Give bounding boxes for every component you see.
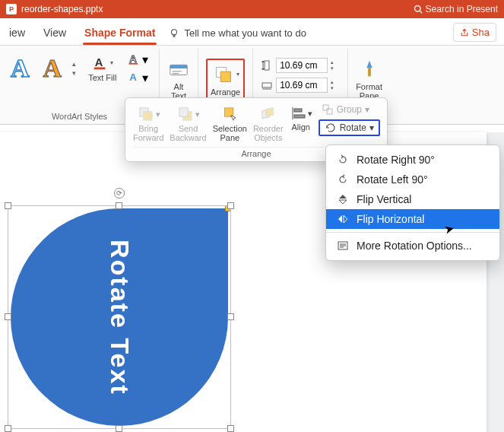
- tell-me-label: Tell me what you want to do: [184, 27, 306, 39]
- bring-forward-button[interactable]: ▾ Bring Forward: [133, 103, 163, 144]
- svg-rect-13: [220, 71, 230, 81]
- tab-view[interactable]: View: [34, 27, 75, 45]
- tab-shape-format[interactable]: Shape Format: [75, 27, 164, 45]
- svg-rect-27: [294, 109, 302, 112]
- height-spinner[interactable]: ▴▾: [331, 59, 340, 71]
- text-effects-button[interactable]: A▾: [127, 70, 148, 85]
- menu-separator: [326, 232, 499, 233]
- format-pane-icon: [358, 58, 381, 81]
- svg-rect-25: [266, 108, 274, 116]
- svg-rect-18: [368, 68, 371, 76]
- tab-review[interactable]: iew: [0, 27, 34, 45]
- shape-height-input[interactable]: [276, 58, 328, 73]
- rotate-button[interactable]: Rotate▾: [322, 121, 377, 135]
- reorder-objects-icon: [258, 104, 278, 124]
- search-placeholder: Search in Present: [426, 4, 498, 14]
- resize-handle-bl[interactable]: [5, 425, 11, 432]
- svg-point-2: [172, 29, 177, 34]
- shape-height-control[interactable]: ▴▾: [261, 58, 340, 73]
- svg-rect-23: [225, 108, 233, 116]
- menu-flip-vertical[interactable]: Flip Vertical: [326, 189, 499, 209]
- bring-forward-icon: [136, 104, 156, 124]
- shape-width-control[interactable]: ▴▾: [261, 78, 340, 93]
- menu-more-rotation-options[interactable]: More Rotation Options...: [326, 236, 499, 256]
- svg-line-1: [420, 11, 422, 13]
- selection-pane-icon: [220, 104, 239, 124]
- selection-box: ⟳: [8, 205, 231, 429]
- height-icon: [261, 59, 273, 71]
- svg-rect-4: [94, 67, 106, 69]
- powerpoint-file-icon: P: [6, 4, 17, 14]
- svg-rect-6: [129, 63, 138, 65]
- send-backward-icon: [176, 104, 195, 124]
- align-icon: [290, 104, 308, 122]
- title-bar: P reorder-shapes.pptx Search in Present: [0, 0, 504, 18]
- search-icon: [414, 5, 423, 14]
- svg-rect-28: [294, 115, 305, 118]
- svg-point-0: [414, 6, 420, 12]
- group-icon: [322, 103, 334, 116]
- resize-handle-tl[interactable]: [5, 202, 11, 209]
- svg-rect-16: [262, 83, 271, 87]
- resize-handle-mr[interactable]: [227, 313, 234, 320]
- align-button[interactable]: ▾ Align: [290, 103, 312, 133]
- flip-vertical-icon: [337, 193, 349, 205]
- width-icon: [261, 79, 273, 91]
- svg-text:A: A: [94, 56, 103, 68]
- alt-text-button[interactable]: Alt Text: [167, 58, 190, 100]
- svg-rect-20: [144, 112, 152, 120]
- send-backward-button[interactable]: ▾ Send Backward: [170, 103, 206, 144]
- wordart-gallery-more[interactable]: ▴▾: [72, 60, 76, 77]
- rotation-handle[interactable]: ⟳: [114, 188, 125, 199]
- more-options-icon: [337, 240, 349, 252]
- menu-rotate-right-90[interactable]: Rotate Right 90°: [326, 150, 499, 170]
- menu-flip-horizontal[interactable]: Flip Horizontal: [326, 209, 499, 229]
- resize-handle-tm[interactable]: [116, 202, 122, 209]
- svg-rect-30: [327, 109, 332, 114]
- document-title: reorder-shapes.pptx: [21, 4, 103, 14]
- text-fill-button[interactable]: A ▾ Text Fill: [88, 55, 116, 82]
- wordart-style-outline[interactable]: A: [8, 54, 33, 83]
- text-outline-icon: A: [127, 52, 142, 67]
- flip-horizontal-icon: [337, 213, 349, 225]
- svg-text:A: A: [130, 53, 138, 65]
- resize-handle-tr[interactable]: [227, 202, 234, 209]
- rotate-submenu: Rotate Right 90° Rotate Left 90° Flip Ve…: [325, 145, 500, 261]
- shape-width-input[interactable]: [276, 78, 328, 93]
- rotate-icon: [325, 122, 337, 134]
- rotate-left-icon: [337, 173, 349, 186]
- menu-rotate-left-90[interactable]: Rotate Left 90°: [326, 170, 499, 189]
- width-spinner[interactable]: ▴▾: [331, 79, 340, 91]
- arrange-icon: [212, 63, 235, 86]
- resize-handle-br[interactable]: [227, 425, 234, 432]
- lightbulb-icon: [169, 28, 179, 39]
- search-box[interactable]: Search in Present: [414, 4, 498, 14]
- share-icon: [460, 28, 469, 37]
- text-fill-icon: A: [92, 55, 109, 71]
- group-button[interactable]: Group▾: [319, 103, 380, 116]
- resize-handle-bm[interactable]: [116, 425, 122, 432]
- arrange-button[interactable]: ▾ Arrange: [211, 63, 240, 97]
- share-button[interactable]: Sha: [453, 23, 496, 42]
- tell-me-box[interactable]: Tell me what you want to do: [169, 27, 306, 45]
- svg-rect-9: [170, 65, 188, 68]
- wordart-style-filled[interactable]: A: [40, 54, 65, 83]
- svg-rect-14: [265, 61, 269, 70]
- alt-text-icon: [167, 58, 190, 81]
- svg-rect-29: [323, 105, 328, 110]
- format-pane-button[interactable]: Format Pane: [356, 58, 382, 100]
- svg-text:A: A: [130, 71, 138, 83]
- reorder-objects-button[interactable]: Reorder Objects: [253, 103, 284, 144]
- resize-handle-ml[interactable]: [5, 313, 11, 320]
- svg-rect-22: [179, 108, 188, 116]
- rotate-right-icon: [337, 154, 349, 166]
- selection-pane-button[interactable]: Selection Pane: [213, 103, 247, 144]
- text-outline-button[interactable]: A▾: [127, 52, 148, 67]
- ribbon-tabs: iew View Shape Format Tell me what you w…: [0, 18, 504, 46]
- text-effects-icon: A: [127, 70, 142, 85]
